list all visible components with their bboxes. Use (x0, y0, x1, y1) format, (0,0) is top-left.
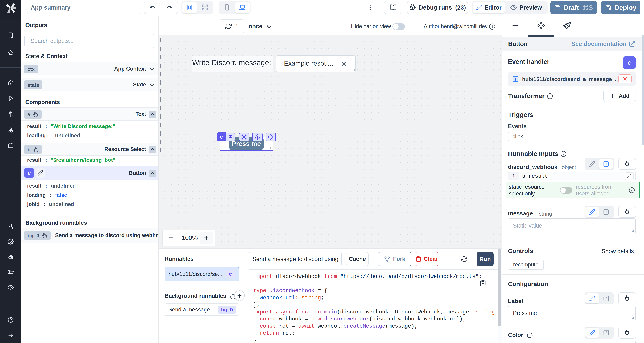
svg-text:f: f (606, 296, 607, 300)
svg-text:f: f (606, 331, 607, 335)
svg-text:f: f (606, 162, 607, 166)
svg-text:f: f (606, 210, 607, 214)
